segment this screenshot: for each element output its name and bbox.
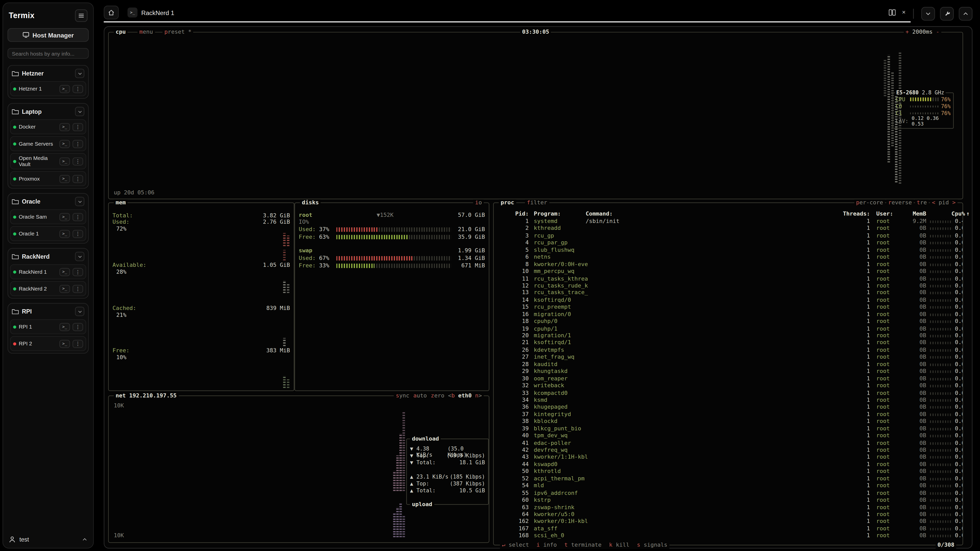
proc-row[interactable]: 63zswap-shrink1root0B0.0 [500,504,959,511]
proc-row[interactable]: 16migration/01root0B0.0 [500,311,959,318]
host-kebab-button[interactable]: ⋮ [73,85,83,93]
proc-row[interactable]: 36khugepaged1root0B0.0 [500,404,959,411]
group-collapse-button[interactable] [75,307,84,316]
proc-row[interactable]: 54mld1root0B0.0 [500,483,959,489]
close-tab-button[interactable]: × [902,10,905,16]
proc-row[interactable]: 33kcompactd01root0B0.0 [500,389,959,397]
group-collapse-button[interactable] [75,68,84,78]
host-group-header[interactable]: Laptop [10,106,86,118]
proc-row[interactable]: 39blkcg_punt_bio1root0B0.0 [500,425,959,432]
net-sync-toggle[interactable]: sync [394,392,411,399]
chevron-up-icon[interactable] [82,537,88,542]
host-item[interactable]: Proxmox >_ ⋮ [10,171,86,186]
host-group-header[interactable]: Oracle [10,196,86,208]
proc-row[interactable]: 12rcu_tasks_rude_k1root0B0.0 [500,283,959,289]
proc-row[interactable]: 168scsi_eh_01root0B0.0 [500,532,959,540]
host-kebab-button[interactable]: ⋮ [73,285,83,293]
host-terminal-button[interactable]: >_ [59,230,70,238]
host-terminal-button[interactable]: >_ [59,213,70,221]
proc-row[interactable]: 26kdevtmpfs1root0B0.0 [500,347,959,354]
host-terminal-button[interactable]: >_ [59,285,70,293]
tab-racknerd-1[interactable]: >_ RackNerd 1 × [123,5,911,20]
proc-row[interactable]: 64kworker/u5:01root0B0.0 [500,511,959,518]
proc-row[interactable]: 18cpuhp/01root0B0.0 [500,318,959,325]
proc-row[interactable]: 37kintegrityd1root0B0.0 [500,411,959,418]
host-kebab-button[interactable]: ⋮ [73,323,83,331]
net-iface-switch[interactable]: <b eth0 n> [446,392,484,399]
host-manager-button[interactable]: Host Manager [7,28,89,42]
io-toggle[interactable]: io [473,199,484,206]
proc-row[interactable]: 5slub_flushwq1root0B0.0 [500,247,959,254]
host-kebab-button[interactable]: ⋮ [73,230,83,238]
proc-row[interactable]: 3rcu_gp1root0B0.0 [500,232,959,240]
host-kebab-button[interactable]: ⋮ [73,157,83,165]
host-item[interactable]: RPI 1 >_ ⋮ [10,319,86,334]
proc-row[interactable]: 30oom_reaper1root0B0.0 [500,375,959,383]
tab-list-button[interactable] [921,7,935,21]
host-group-header[interactable]: Hetzner [10,67,86,79]
split-view-icon[interactable] [889,10,896,16]
host-terminal-button[interactable]: >_ [59,85,70,93]
proc-row[interactable]: 11rcu_tasks_kthrea1root0B0.0 [500,275,959,283]
proc-row[interactable]: 4rcu_par_gp1root0B0.0 [500,240,959,247]
proc-row[interactable]: 32writeback1root0B0.0 [500,383,959,389]
host-item[interactable]: Game Servers >_ ⋮ [10,136,86,151]
host-kebab-button[interactable]: ⋮ [73,340,83,348]
proc-row[interactable]: 1systemd/sbin/init1root9.2M0.4 [500,218,959,225]
host-item[interactable]: Docker >_ ⋮ [10,119,86,135]
host-terminal-button[interactable]: >_ [59,340,70,348]
host-item[interactable]: RPI 2 >_ ⋮ [10,336,86,351]
group-collapse-button[interactable] [75,252,84,262]
reverse-toggle[interactable]: reverse [886,199,914,206]
proc-row[interactable]: 20migration/11root0B0.0 [500,332,959,340]
proc-row[interactable]: 44kswapd01root0B0.0 [500,461,959,468]
host-item[interactable]: Oracle Sam >_ ⋮ [10,210,86,224]
terminal-panel[interactable]: cpu menu preset * 03:30:05 + 2000ms - E5… [104,26,973,548]
proc-row[interactable]: 14ksoftirqd/01root0B0.0 [500,297,959,304]
host-item[interactable]: Open Media Vault >_ ⋮ [10,153,86,170]
proc-row[interactable]: 41edac-poller1root0B0.0 [500,440,959,447]
sidebar-footer[interactable]: test [7,535,89,543]
host-kebab-button[interactable]: ⋮ [73,213,83,221]
proc-row[interactable]: 34ksmd1root0B0.0 [500,397,959,404]
host-kebab-button[interactable]: ⋮ [73,268,83,276]
proc-row[interactable]: 8kworker/0:0H-eve1root0B0.0 [500,261,959,268]
host-terminal-button[interactable]: >_ [59,175,70,183]
proc-row[interactable]: 55ipv6_addrconf1root0B0.0 [500,489,959,497]
proc-row[interactable]: 10mm_percpu_wq1root0B0.0 [500,268,959,275]
preset-button[interactable]: preset * [162,29,193,36]
group-collapse-button[interactable] [75,197,84,206]
host-group-header[interactable]: RPI [10,306,86,318]
proc-row[interactable]: 167ata_sff1root0B0.0 [500,525,959,532]
proc-row[interactable]: 162kworker/0:1H-kbl1root0B0.0 [500,518,959,525]
net-zero-toggle[interactable]: zero [429,392,446,399]
tree-toggle[interactable]: tre [915,199,929,206]
proc-row[interactable]: 42devfreq_wq1root0B0.0 [500,447,959,454]
proc-row[interactable]: 40tpm_dev_wq1root0B0.0 [500,432,959,440]
update-interval[interactable]: + 2000ms - [904,29,941,36]
home-button[interactable] [104,6,119,19]
proc-row[interactable]: 43kworker/1:1H-kbl1root0B0.0 [500,454,959,461]
host-item[interactable]: Hetzner 1 >_ ⋮ [10,81,86,96]
host-item[interactable]: RackNerd 1 >_ ⋮ [10,265,86,279]
tools-button[interactable] [940,7,954,21]
collapse-button[interactable] [959,7,973,21]
proc-row[interactable]: 27inet_frag_wq1root0B0.0 [500,354,959,361]
search-input[interactable] [7,48,89,59]
host-kebab-button[interactable]: ⋮ [73,140,83,148]
proc-row[interactable]: 15rcu_preempt1root0B0.0 [500,304,959,311]
proc-row[interactable]: 2kthreadd1root0B0.0 [500,225,959,232]
per-core-toggle[interactable]: per-core [854,199,885,206]
group-collapse-button[interactable] [75,107,84,116]
filter-button[interactable]: filter [525,199,549,206]
proc-row[interactable]: 52acpi_thermal_pm1root0B0.0 [500,475,959,483]
sidebar-menu-button[interactable] [75,10,88,22]
proc-row[interactable]: 38kblockd1root0B0.0 [500,418,959,425]
net-auto-toggle[interactable]: auto [411,392,429,399]
proc-row[interactable]: 13rcu_tasks_trace_1root0B0.0 [500,289,959,297]
host-kebab-button[interactable]: ⋮ [73,123,83,131]
pid-sort-switch[interactable]: < pid > [930,199,958,206]
host-terminal-button[interactable]: >_ [59,268,70,276]
proc-row[interactable]: 29khungtaskd1root0B0.0 [500,368,959,375]
proc-row[interactable]: 21ksoftirqd/11root0B0.0 [500,340,959,347]
